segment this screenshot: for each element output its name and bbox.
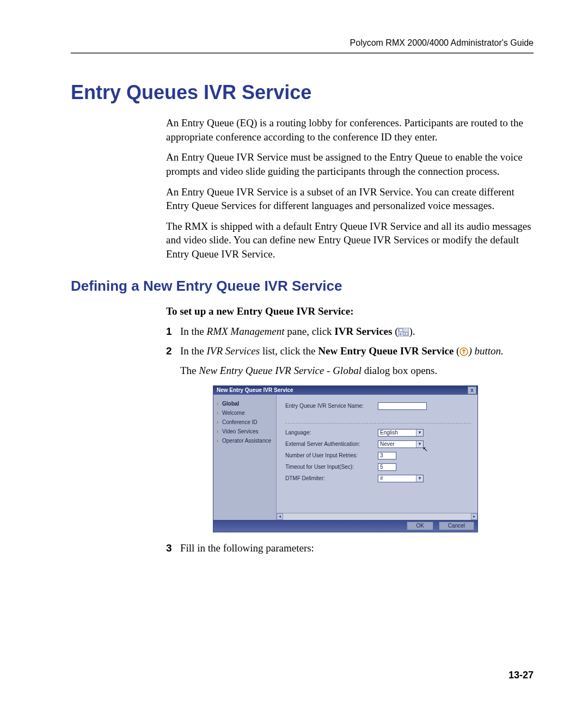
dialog-titlebar: New Entry Queue IVR Service x [213, 386, 477, 395]
step-2-follow-b: New Entry Queue IVR Service - Global [199, 365, 362, 376]
label-service-name: Entry Queue IVR Service Name: [285, 402, 378, 410]
page: Polycom RMX 2000/4000 Administrator's Gu… [0, 0, 588, 711]
dialog-content: Entry Queue IVR Service Name: Language: … [276, 395, 477, 520]
nav-item-operator-assistance-label: Operator Assistance [222, 438, 271, 444]
step-3: 3 Fill in the following parameters: [166, 541, 534, 556]
scroll-left-icon[interactable]: ◂ [277, 513, 283, 520]
paragraph-3: An Entry Queue IVR Service is a subset o… [166, 185, 534, 213]
label-ext-auth: External Server Authentication: [285, 440, 378, 448]
step-2-text-c: list, click the [260, 345, 318, 357]
row-language: Language: English ▼ [285, 429, 471, 437]
header-rule [71, 52, 534, 54]
nav-item-global-label: Global [222, 401, 239, 407]
select-ext-auth-value: Never [378, 441, 416, 448]
chevron-right-icon: › [217, 409, 222, 417]
chevron-down-icon: ▼ [416, 475, 423, 482]
svg-text:#: # [400, 333, 401, 336]
input-service-name[interactable] [378, 402, 427, 410]
scroll-right-icon[interactable]: ▸ [471, 513, 477, 520]
step-2-follow-a: The [180, 365, 199, 376]
select-dtmf[interactable]: # ▼ [378, 475, 424, 482]
step-3-number: 3 [166, 541, 180, 556]
dialog-scrollbar[interactable]: ◂ ▸ [277, 513, 477, 520]
step-2-text-f: ) button. [468, 345, 503, 357]
svg-rect-1 [399, 329, 403, 332]
nav-item-operator-assistance[interactable]: ›Operator Assistance [217, 437, 273, 445]
nav-item-conference-id-label: Conference ID [222, 419, 257, 425]
instruction-block: To set up a new Entry Queue IVR Service:… [166, 304, 534, 556]
step-2-text-b: IVR Services [207, 345, 260, 357]
label-retries: Number of User Input Retries: [285, 452, 378, 459]
label-language: Language: [285, 429, 378, 437]
step-1-text-a: In the [180, 326, 207, 337]
chevron-right-icon: › [217, 419, 222, 426]
chevron-right-icon: › [217, 437, 222, 445]
page-number: 13-27 [509, 670, 534, 681]
input-timeout[interactable]: 5 [378, 463, 396, 471]
label-timeout: Timeout for User Input(Sec): [285, 463, 378, 471]
input-retries[interactable]: 3 [378, 452, 396, 459]
new-entry-queue-icon [460, 346, 468, 360]
step-2-text-e: ( [454, 345, 460, 357]
dialog-close-button[interactable]: x [468, 387, 476, 394]
step-1-text-f: ). [409, 326, 415, 337]
body-block: An Entry Queue (EQ) is a routing lobby f… [166, 116, 534, 261]
step-1-body: In the RMX Management pane, click IVR Se… [180, 324, 534, 341]
ivr-services-icon: #E [398, 326, 409, 341]
step-1-text-c: pane, click [285, 326, 335, 337]
dialog-nav: ›Global ›Welcome ›Conference ID ›Video S… [213, 395, 276, 520]
nav-item-video-services[interactable]: ›Video Services [217, 428, 273, 436]
chevron-down-icon: ▼ [416, 430, 423, 436]
select-ext-auth[interactable]: Never ▼ [378, 440, 424, 448]
step-1-text-d: IVR Services [334, 326, 392, 337]
label-dtmf: DTMF Delimiter: [285, 475, 378, 482]
row-ext-auth: External Server Authentication: Never ▼ … [285, 440, 471, 448]
step-2-follow-c: dialog box opens. [362, 365, 437, 376]
nav-item-welcome-label: Welcome [222, 410, 245, 416]
step-2-number: 2 [166, 344, 180, 538]
step-1-text-e: ( [392, 326, 398, 337]
dialog-title: New Entry Queue IVR Service [217, 387, 293, 394]
nav-item-welcome[interactable]: ›Welcome [217, 409, 273, 417]
instruction-title: To set up a new Entry Queue IVR Service: [166, 304, 534, 318]
chevron-right-icon: › [217, 428, 222, 436]
paragraph-4: The RMX is shipped with a default Entry … [166, 219, 534, 261]
cursor-icon: ↖ [422, 445, 428, 454]
cancel-button[interactable]: Cancel [439, 522, 474, 530]
step-2-text-d: New Entry Queue IVR Service [318, 345, 454, 357]
dialog-new-entry-queue: New Entry Queue IVR Service x ›Global ›W… [213, 385, 478, 532]
row-service-name: Entry Queue IVR Service Name: [285, 402, 471, 410]
row-retries: Number of User Input Retries: 3 [285, 452, 471, 459]
step-2-text-a: In the [180, 345, 207, 357]
step-3-body: Fill in the following parameters: [180, 541, 534, 556]
dialog-footer: OK Cancel [213, 520, 477, 532]
row-dtmf: DTMF Delimiter: # ▼ [285, 475, 471, 482]
header-doc-title: Polycom RMX 2000/4000 Administrator's Gu… [71, 38, 534, 48]
nav-item-conference-id[interactable]: ›Conference ID [217, 419, 273, 426]
step-1-number: 1 [166, 324, 180, 341]
paragraph-2: An Entry Queue IVR Service must be assig… [166, 150, 534, 178]
step-2-body: In the IVR Services list, click the New … [180, 344, 534, 538]
step-2: 2 In the IVR Services list, click the Ne… [166, 344, 534, 538]
ok-button[interactable]: OK [407, 522, 433, 530]
step-1: 1 In the RMX Management pane, click IVR … [166, 324, 534, 341]
dialog-divider [285, 423, 471, 424]
paragraph-1: An Entry Queue (EQ) is a routing lobby f… [166, 116, 534, 144]
select-language-value: English [378, 430, 416, 436]
heading-sub: Defining a New Entry Queue IVR Service [71, 278, 534, 295]
heading-main: Entry Queues IVR Service [71, 81, 534, 104]
select-language[interactable]: English ▼ [378, 429, 424, 437]
nav-item-video-services-label: Video Services [222, 428, 259, 434]
chevron-right-icon: › [217, 400, 222, 408]
dialog-body: ›Global ›Welcome ›Conference ID ›Video S… [213, 395, 477, 520]
row-timeout: Timeout for User Input(Sec): 5 [285, 463, 471, 471]
svg-text:E: E [405, 332, 407, 335]
select-dtmf-value: # [378, 475, 416, 482]
step-1-text-b: RMX Management [207, 326, 285, 337]
nav-item-global[interactable]: ›Global [217, 400, 273, 408]
